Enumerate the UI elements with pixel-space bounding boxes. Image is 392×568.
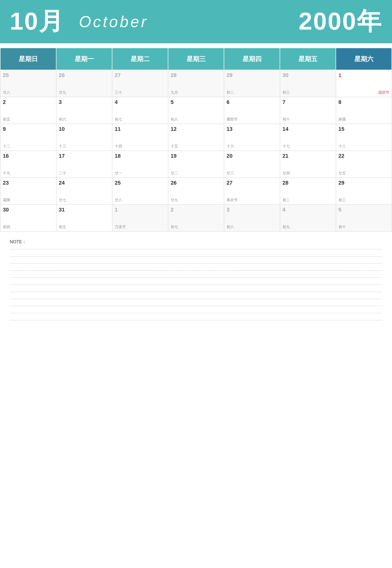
lunar-label: 十九 xyxy=(3,171,10,176)
note-line xyxy=(10,263,382,264)
lunar-label: 初四 xyxy=(3,225,10,229)
note-section: NOTE： xyxy=(0,232,392,332)
calendar-cell: 14十七 xyxy=(280,124,336,151)
calendar-cell: 27寒衣节 xyxy=(224,178,280,204)
lunar-label: 廿二 xyxy=(171,171,178,176)
day-number: 20 xyxy=(227,153,278,159)
lunar-label: 初八 xyxy=(227,225,234,229)
day-number: 4 xyxy=(283,207,333,213)
day-number: 6 xyxy=(227,99,278,105)
calendar-cell: 31初五 xyxy=(56,204,112,231)
day-number: 4 xyxy=(115,99,166,105)
calendar-cell: 15十八 xyxy=(336,124,392,151)
day-number: 28 xyxy=(283,180,333,186)
calendar-header: 10月 October 2000年 xyxy=(0,0,392,43)
holiday-label: 国庆节 xyxy=(378,90,389,95)
lunar-label: 初二 xyxy=(227,90,234,95)
note-line xyxy=(10,320,382,320)
calendar-week-row: 30初四31初五1万圣节2初七3初八4初九5初十 xyxy=(0,204,392,231)
calendar-cell: 20廿三 xyxy=(224,151,280,178)
weekday-wed: 星期三 xyxy=(168,48,224,70)
lunar-label: 寒露 xyxy=(338,117,346,122)
calendar-cell: 21廿四 xyxy=(280,151,336,178)
lunar-label: 廿八 xyxy=(115,198,122,202)
weekday-sat: 星期六 xyxy=(336,48,392,70)
day-number: 24 xyxy=(59,180,110,186)
day-number: 30 xyxy=(3,207,54,213)
calendar-cell: 25廿八 xyxy=(112,178,168,204)
day-number: 2 xyxy=(3,99,54,105)
weekday-header-row: 星期日 星期一 星期二 星期三 星期四 星期五 星期六 xyxy=(0,48,392,70)
calendar-cell: 2初五 xyxy=(0,97,56,124)
lunar-label: 十三 xyxy=(59,144,66,149)
calendar-week-row: 25廿八26廿九27三十28九月29初二30初三1国庆节 xyxy=(0,70,392,97)
header-spacer xyxy=(0,43,392,48)
lunar-label: 廿九 xyxy=(171,198,178,202)
lunar-label: 十六 xyxy=(227,144,234,149)
weekday-tue: 星期二 xyxy=(112,48,168,70)
lunar-label: 初二 xyxy=(283,198,290,202)
lunar-label: 廿九 xyxy=(59,90,66,95)
day-number: 5 xyxy=(338,207,389,213)
calendar-cell: 8寒露 xyxy=(336,97,392,124)
calendar-cell: 1万圣节 xyxy=(112,204,168,231)
lunar-label: 重阳节 xyxy=(227,117,238,122)
lunar-label: 十四 xyxy=(115,144,122,149)
day-number: 21 xyxy=(283,153,333,159)
day-number: 15 xyxy=(338,126,389,132)
day-number: 11 xyxy=(115,126,166,132)
calendar-cell: 25廿八 xyxy=(0,70,56,97)
lunar-label: 初五 xyxy=(3,117,10,122)
calendar-cell: 13十六 xyxy=(224,124,280,151)
calendar-cell: 29初二 xyxy=(224,70,280,97)
note-line xyxy=(10,313,382,313)
day-number: 13 xyxy=(227,126,278,132)
day-number: 29 xyxy=(227,72,278,78)
day-number: 30 xyxy=(283,72,333,78)
calendar-cell: 9十二 xyxy=(0,124,56,151)
note-line xyxy=(10,278,382,278)
lunar-label: 廿七 xyxy=(59,198,66,202)
weekday-mon: 星期一 xyxy=(56,48,112,70)
calendar-cell: 10十三 xyxy=(56,124,112,151)
lunar-label: 廿八 xyxy=(3,90,10,95)
lunar-label: 初七 xyxy=(115,117,122,122)
lunar-label: 寒衣节 xyxy=(227,198,238,202)
lunar-label: 霜降 xyxy=(3,198,10,202)
day-number: 1 xyxy=(115,207,166,213)
calendar-cell: 26廿九 xyxy=(56,70,112,97)
calendar-cell: 11十四 xyxy=(112,124,168,151)
calendar-cell: 2初七 xyxy=(168,204,224,231)
day-number: 8 xyxy=(338,99,389,105)
day-number: 3 xyxy=(227,207,278,213)
day-number: 12 xyxy=(171,126,222,132)
calendar-week-row: 23霜降24廿七25廿八26廿九27寒衣节28初二29初三 xyxy=(0,178,392,204)
calendar-cell: 1国庆节 xyxy=(336,70,392,97)
lunar-label: 十五 xyxy=(171,144,178,149)
lunar-label: 廿五 xyxy=(338,171,346,176)
day-number: 19 xyxy=(171,153,222,159)
day-number: 27 xyxy=(227,180,278,186)
calendar-cell: 6重阳节 xyxy=(224,97,280,124)
day-number: 10 xyxy=(59,126,110,132)
calendar-cell: 3初六 xyxy=(56,97,112,124)
note-line xyxy=(10,299,382,299)
calendar-cell: 3初八 xyxy=(224,204,280,231)
calendar-cell: 5初十 xyxy=(336,204,392,231)
calendar-cell: 12十五 xyxy=(168,124,224,151)
day-number: 25 xyxy=(115,180,166,186)
note-line xyxy=(10,306,382,306)
calendar-cell: 26廿九 xyxy=(168,178,224,204)
calendar-cell: 18廿一 xyxy=(112,151,168,178)
day-number: 2 xyxy=(171,207,222,213)
day-number: 28 xyxy=(171,72,222,78)
calendar-cell: 7初十 xyxy=(280,97,336,124)
lunar-label: 十七 xyxy=(283,144,290,149)
day-number: 26 xyxy=(171,180,222,186)
calendar-cell: 5初八 xyxy=(168,97,224,124)
calendar-cell: 30初三 xyxy=(280,70,336,97)
lunar-label: 十二 xyxy=(3,144,10,149)
lunar-label: 廿一 xyxy=(115,171,122,176)
lunar-label: 初八 xyxy=(171,117,178,122)
lunar-label: 初五 xyxy=(59,225,66,229)
